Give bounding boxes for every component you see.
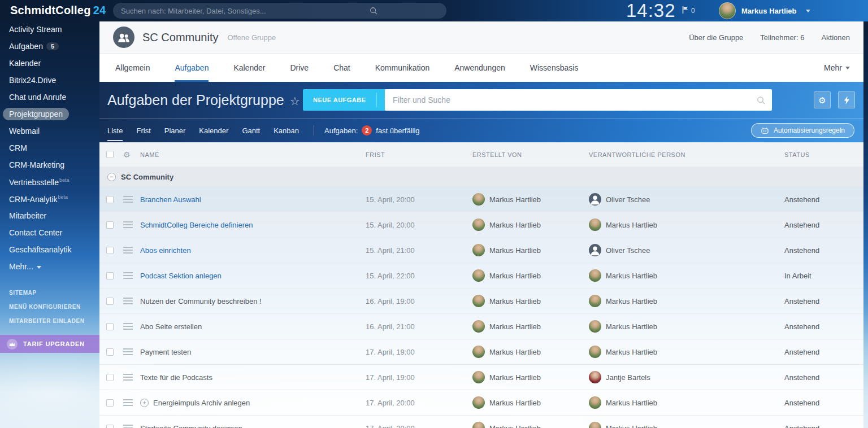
drag-handle-icon[interactable] (123, 323, 133, 330)
person-name[interactable]: Markus Hartlieb (489, 348, 541, 356)
task-name-link[interactable]: Podcast Sektion anlegen (140, 272, 222, 280)
person-name[interactable]: Markus Hartlieb (489, 272, 541, 280)
person-name[interactable]: Markus Hartlieb (489, 322, 541, 331)
table-row[interactable]: Podcast Sektion anlegen15. April, 22:00M… (99, 263, 863, 289)
task-name-link[interactable]: Branchen Auswahl (140, 195, 201, 204)
automation-rules-button[interactable]: Automatisierungsregeln (751, 123, 854, 138)
task-name[interactable]: Payment testen (140, 348, 191, 356)
sidebar-item-kalender[interactable]: Kalender (0, 55, 99, 72)
table-row[interactable]: SchmidtColleg Bereiche definieren15. Apr… (99, 212, 863, 238)
sidebar-item-bitrix24-drive[interactable]: Bitrix24.Drive (0, 72, 99, 89)
tab-more[interactable]: Mehr (824, 54, 850, 82)
sidebar-footer-men-konfigurieren[interactable]: MENÜ KONFIGURIEREN (0, 300, 99, 314)
favorite-star-icon[interactable]: ☆ (290, 95, 300, 107)
view-tab-liste[interactable]: Liste (107, 120, 123, 141)
tab-drive[interactable]: Drive (290, 54, 309, 82)
filter-search-input[interactable] (393, 95, 752, 104)
view-tab-frist[interactable]: Frist (136, 120, 150, 141)
tab-anwendungen[interactable]: Anwendungen (454, 54, 505, 82)
user-menu[interactable]: Markus Hartlieb (719, 2, 810, 19)
tab-allgemein[interactable]: Allgemein (115, 54, 150, 82)
person-name[interactable]: Markus Hartlieb (606, 272, 657, 280)
view-tab-planer[interactable]: Planer (164, 120, 186, 141)
row-checkbox[interactable] (106, 323, 114, 330)
grid-settings-gear-icon[interactable]: ⚙ (123, 150, 140, 159)
table-row[interactable]: Abo Seite erstellen16. April, 21:00Marku… (99, 314, 863, 339)
column-name[interactable]: NAME (140, 151, 366, 158)
sidebar-item-chat-und-anrufe[interactable]: Chat und Anrufe (0, 89, 99, 106)
person-name[interactable]: Markus Hartlieb (606, 221, 657, 229)
notifications[interactable]: 0 (682, 6, 695, 15)
drag-handle-icon[interactable] (123, 298, 133, 304)
drag-handle-icon[interactable] (123, 272, 133, 279)
row-checkbox[interactable] (106, 348, 114, 356)
table-row[interactable]: +Energieimpuls Archiv anlegen17. April, … (99, 390, 863, 416)
drag-handle-icon[interactable] (123, 247, 133, 254)
drag-handle-icon[interactable] (123, 196, 133, 203)
task-name[interactable]: Nutzen der Community beschreiben ! (140, 297, 262, 305)
quick-actions-button[interactable] (838, 91, 855, 108)
select-all-checkbox[interactable] (106, 151, 114, 158)
filter-search[interactable] (385, 89, 772, 111)
person-name[interactable]: Oliver Tschee (606, 195, 650, 204)
expand-subtasks-icon[interactable]: + (140, 399, 149, 407)
task-name[interactable]: Abo Seite erstellen (140, 322, 202, 331)
task-name-link[interactable]: Abos einrichten (140, 246, 191, 255)
upgrade-plan-button[interactable]: TARIF UPGRADEN (0, 335, 99, 353)
row-checkbox[interactable] (106, 247, 114, 254)
drag-handle-icon[interactable] (123, 425, 133, 428)
view-tab-kanban[interactable]: Kanban (274, 120, 299, 141)
collapse-group-icon[interactable]: − (107, 173, 116, 181)
sidebar-footer-mitarbeiter-einladen[interactable]: MITARBEITER EINLADEN (0, 314, 99, 328)
table-row[interactable]: Startseite Community designen17. April, … (99, 416, 863, 428)
column-responsible[interactable]: VERANTWORTLICHE PERSON (589, 151, 784, 158)
tab-aufgaben[interactable]: Aufgaben (175, 54, 209, 82)
row-checkbox[interactable] (106, 298, 114, 305)
person-name[interactable]: Markus Hartlieb (489, 424, 541, 428)
drag-handle-icon[interactable] (123, 221, 133, 228)
view-tab-kalender[interactable]: Kalender (199, 120, 228, 141)
table-row[interactable]: Texte für die Podcasts17. April, 19:00Ma… (99, 365, 863, 390)
sidebar-item-mitarbeiter[interactable]: Mitarbeiter (0, 208, 99, 225)
table-row[interactable]: Abos einrichten15. April, 21:00Markus Ha… (99, 238, 863, 263)
table-row[interactable]: Payment testen17. April, 19:00Markus Har… (99, 339, 863, 365)
tab-kommunikation[interactable]: Kommunikation (375, 54, 430, 82)
column-created-by[interactable]: ERSTELLT VON (472, 151, 589, 158)
sidebar-item-mehr[interactable]: Mehr... (0, 259, 99, 276)
about-group-link[interactable]: Über die Gruppe (689, 33, 743, 42)
person-name[interactable]: Oliver Tschee (606, 246, 650, 255)
sidebar-item-crm-analytik[interactable]: CRM-Analytikbeta (0, 191, 99, 208)
person-name[interactable]: Jantje Bartels (606, 373, 650, 382)
sidebar-item-vertriebsstelle[interactable]: Vertriebsstellebeta (0, 174, 99, 191)
person-name[interactable]: Markus Hartlieb (606, 424, 657, 428)
drag-handle-icon[interactable] (123, 348, 133, 355)
person-name[interactable]: Markus Hartlieb (489, 195, 541, 204)
row-checkbox[interactable] (106, 374, 114, 381)
task-name-link[interactable]: SchmidtColleg Bereiche definieren (140, 221, 253, 229)
tab-chat[interactable]: Chat (333, 54, 350, 82)
tab-kalender[interactable]: Kalender (233, 54, 265, 82)
sidebar-item-gesch-ftsanalytik[interactable]: Geschäftsanalytik (0, 242, 99, 259)
person-name[interactable]: Markus Hartlieb (606, 297, 657, 305)
person-name[interactable]: Markus Hartlieb (606, 399, 657, 407)
row-checkbox[interactable] (106, 399, 114, 407)
person-name[interactable]: Markus Hartlieb (489, 221, 541, 229)
person-name[interactable]: Markus Hartlieb (489, 373, 541, 382)
person-name[interactable]: Markus Hartlieb (489, 297, 541, 305)
person-name[interactable]: Markus Hartlieb (606, 348, 657, 356)
global-search[interactable] (113, 3, 446, 19)
task-name[interactable]: Texte für die Podcasts (140, 373, 212, 382)
person-name[interactable]: Markus Hartlieb (489, 246, 541, 255)
row-checkbox[interactable] (106, 425, 114, 428)
task-name[interactable]: Energieimpuls Archiv anlegen (153, 399, 250, 407)
table-row[interactable]: Branchen Auswahl15. April, 20:00Markus H… (99, 187, 863, 212)
drag-handle-icon[interactable] (123, 399, 133, 406)
sidebar-item-aufgaben[interactable]: Aufgaben5 (0, 38, 99, 55)
column-due[interactable]: FRIST (366, 151, 472, 158)
view-tab-gantt[interactable]: Gantt (242, 120, 260, 141)
drag-handle-icon[interactable] (123, 374, 133, 381)
global-search-input[interactable] (121, 7, 439, 15)
members-count-link[interactable]: Teilnehmer: 6 (760, 33, 804, 42)
column-status[interactable]: STATUS (784, 151, 863, 158)
person-name[interactable]: Markus Hartlieb (606, 322, 657, 331)
